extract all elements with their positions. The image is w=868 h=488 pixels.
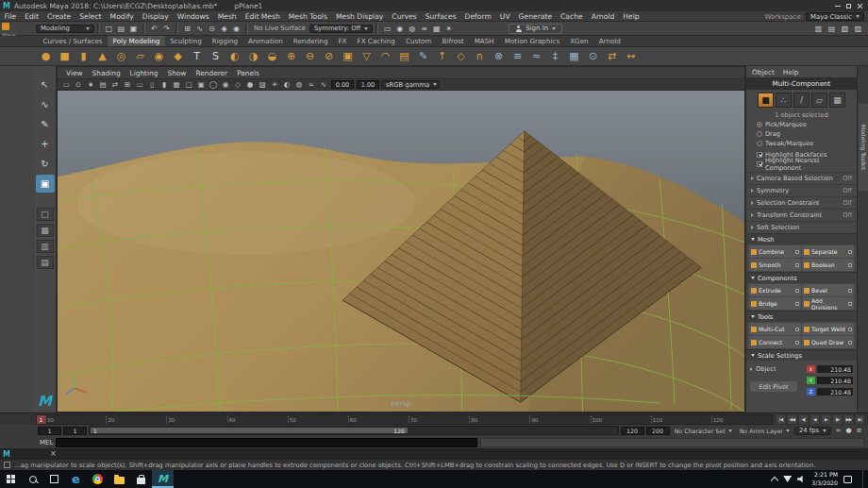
go-to-start-button[interactable]: |◀ bbox=[776, 414, 786, 425]
taskbar-app-edge[interactable]: e bbox=[65, 470, 87, 488]
viewport-menu-item[interactable]: Show bbox=[162, 69, 191, 77]
textured-icon[interactable]: ▨ bbox=[257, 79, 268, 90]
shelf-tab[interactable]: Motion Graphics bbox=[499, 36, 564, 46]
lock-camera-icon[interactable]: ⊙ bbox=[73, 79, 84, 90]
shelf-fill-hole-icon[interactable]: ▣ bbox=[340, 48, 356, 64]
component-command-button[interactable]: Bevel bbox=[802, 284, 854, 296]
axis-value-field[interactable]: 210.48 bbox=[817, 377, 853, 384]
playback-start-field[interactable]: 1 bbox=[63, 427, 87, 435]
workspace-dropdown[interactable]: Maya Classic bbox=[806, 12, 864, 21]
dock-close-icon[interactable]: × bbox=[50, 450, 57, 458]
viewport-canvas[interactable]: persp bbox=[58, 91, 744, 412]
menu-item[interactable]: Edit bbox=[21, 12, 43, 21]
view-transform-dropdown[interactable]: sRGB gamma bbox=[381, 80, 440, 89]
pick-option-radio[interactable]: Tweak/Marquee bbox=[746, 139, 857, 148]
go-to-end-button[interactable]: ▶| bbox=[855, 414, 865, 425]
edge-mode-icon[interactable]: / bbox=[793, 93, 810, 108]
render-current-frame-icon[interactable]: ◉ bbox=[393, 23, 406, 34]
toolkit-checkbox[interactable]: Highlight Nearest Component bbox=[746, 160, 857, 169]
shelf-cylinder-icon[interactable]: ▮ bbox=[75, 48, 92, 64]
lasso-tool[interactable]: ∿ bbox=[36, 95, 55, 113]
shelf-separate-icon[interactable]: ⊖ bbox=[302, 48, 318, 64]
shelf-tab[interactable]: XGen bbox=[565, 36, 593, 46]
time-slider-track[interactable]: 1 102030405060708090100110120 bbox=[36, 414, 773, 425]
option-box-icon[interactable] bbox=[795, 328, 799, 331]
ambient-occlusion-icon[interactable]: ◍ bbox=[293, 79, 305, 90]
light-editor-icon[interactable]: ☀ bbox=[442, 23, 455, 34]
shelf-insert-edge-loop-icon[interactable]: ≡ bbox=[509, 48, 526, 64]
sign-in-button[interactable]: Sign In bbox=[509, 24, 562, 34]
tool-command-button[interactable]: Target Weld bbox=[802, 323, 854, 335]
pick-option-radio[interactable]: Drag bbox=[746, 129, 857, 139]
animation-preferences-icon[interactable]: ≡ bbox=[854, 426, 864, 435]
open-scene-icon[interactable]: ▤ bbox=[115, 23, 127, 34]
animation-end-field[interactable]: 200 bbox=[646, 427, 670, 435]
select-camera-icon[interactable]: ▭ bbox=[60, 79, 72, 90]
menu-item[interactable]: Select bbox=[75, 12, 106, 21]
viewport-menu-item[interactable]: Lighting bbox=[125, 69, 163, 77]
shelf-tab[interactable]: Poly Modeling bbox=[108, 36, 165, 46]
task-view-button[interactable] bbox=[43, 470, 65, 488]
viewport-menu-item[interactable]: Panels bbox=[232, 69, 264, 77]
shelf-append-icon[interactable]: ▤ bbox=[396, 48, 412, 64]
viewport-menu-item[interactable]: Renderer bbox=[191, 69, 232, 77]
shadows-icon[interactable]: ◐ bbox=[281, 79, 292, 90]
anti-alias-icon[interactable]: ∿ bbox=[318, 79, 329, 90]
action-center-icon[interactable] bbox=[843, 476, 852, 483]
auto-keyframe-icon[interactable]: ● bbox=[843, 426, 854, 435]
taskbar-clock[interactable]: 2:21 PM 3/3/2020 bbox=[811, 471, 838, 487]
rotate-tool[interactable]: ↻ bbox=[36, 155, 55, 173]
snap-to-view-plane-icon[interactable]: ◈ bbox=[218, 23, 230, 34]
component-command-button[interactable]: Bridge bbox=[749, 297, 801, 310]
menu-item[interactable]: Generate bbox=[514, 12, 556, 21]
shelf-combine-icon[interactable]: ⊕ bbox=[283, 48, 299, 64]
uv-mode-icon[interactable]: ▦ bbox=[829, 93, 845, 108]
corner-icon[interactable] bbox=[2, 23, 9, 30]
new-scene-icon[interactable]: □ bbox=[103, 23, 115, 34]
shelf-extrude-icon[interactable]: ↑ bbox=[434, 48, 450, 64]
wireframe-icon[interactable]: ◇ bbox=[232, 79, 243, 90]
option-box-icon[interactable] bbox=[848, 250, 852, 254]
maximize-icon[interactable] bbox=[846, 4, 851, 8]
shelf-tab[interactable]: Curves / Surfaces bbox=[38, 36, 108, 46]
menu-item[interactable]: Edit Mesh bbox=[241, 12, 284, 21]
play-backwards-button[interactable]: ◀ bbox=[810, 414, 820, 425]
menu-item[interactable]: Arnold bbox=[587, 12, 619, 21]
shelf-tab[interactable]: FX Caching bbox=[352, 36, 400, 46]
layout-four-pane[interactable]: ▦ bbox=[37, 224, 54, 237]
menu-item[interactable]: Cache bbox=[557, 12, 588, 21]
mel-label[interactable]: MEL bbox=[40, 439, 53, 446]
shelf-torus-icon[interactable]: ◎ bbox=[113, 48, 129, 64]
toggle-modeling-toolkit-icon[interactable]: ▥ bbox=[812, 23, 825, 34]
safe-action-icon[interactable]: □ bbox=[183, 79, 194, 90]
shelf-tab[interactable]: Arnold bbox=[593, 36, 626, 46]
viewport-menu-item[interactable]: Shading bbox=[88, 69, 125, 77]
shelf-boolean-union-icon[interactable]: ◐ bbox=[226, 48, 242, 64]
shelf-target-weld-icon[interactable]: ⊙ bbox=[585, 48, 601, 64]
safe-title-icon[interactable]: ▣ bbox=[195, 79, 207, 90]
step-forward-frame-button[interactable]: ▶▶ bbox=[843, 414, 854, 425]
snap-to-point-icon[interactable]: ⊙ bbox=[206, 23, 218, 34]
menu-item[interactable]: Help bbox=[619, 12, 643, 21]
option-box-icon[interactable] bbox=[795, 302, 799, 306]
search-button[interactable] bbox=[22, 470, 43, 488]
shelf-extract-icon[interactable]: ⊘ bbox=[321, 48, 337, 64]
axis-value-field[interactable]: 210.48 bbox=[817, 388, 853, 395]
shelf-symmetrize-icon[interactable]: ↔ bbox=[623, 48, 639, 64]
step-back-key-button[interactable]: ◀| bbox=[798, 414, 809, 425]
shelf-mirror-icon[interactable]: ⇄ bbox=[604, 48, 620, 64]
soft-selection-header[interactable]: Soft Selection bbox=[746, 221, 857, 233]
shelf-bridge-icon[interactable]: ∩ bbox=[472, 48, 488, 64]
render-view-icon[interactable]: ▭ bbox=[381, 23, 393, 34]
shelf-boolean-intersect-icon[interactable]: ◒ bbox=[264, 48, 280, 64]
shelf-cone-icon[interactable]: ▲ bbox=[94, 48, 110, 64]
frame-selection-icon[interactable]: ◉ bbox=[220, 79, 231, 90]
snap-to-grid-icon[interactable]: ⊞ bbox=[181, 23, 193, 34]
layout-persp-outliner[interactable]: ▥ bbox=[37, 240, 54, 253]
menu-item[interactable]: Surfaces bbox=[421, 12, 460, 21]
taskbar-app-maya[interactable]: M bbox=[152, 470, 174, 488]
toolkit-menu-item[interactable]: Help bbox=[783, 68, 799, 76]
object-space-dropdown[interactable]: Object bbox=[750, 364, 797, 374]
play-forwards-button[interactable]: ▶ bbox=[821, 414, 831, 425]
gate-mask-icon[interactable]: ▮ bbox=[159, 79, 170, 90]
